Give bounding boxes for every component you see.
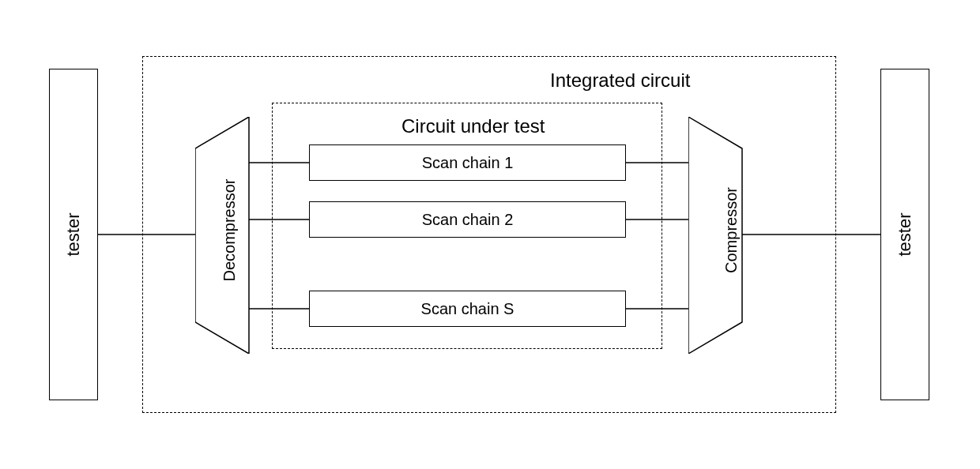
tester-right-box: tester [880, 69, 929, 400]
diagram-container: tester tester Integrated circuit Circuit… [0, 0, 980, 469]
scan-chain-1-label: Scan chain 1 [422, 154, 514, 172]
tester-left-box: tester [49, 69, 98, 400]
tester-right-label: tester [895, 212, 915, 256]
circuit-under-test-label: Circuit under test [401, 115, 545, 137]
scan-chain-2-box: Scan chain 2 [309, 201, 626, 238]
integrated-circuit-label: Integrated circuit [550, 69, 690, 92]
scan-chain-2-label: Scan chain 2 [422, 211, 514, 229]
scan-chain-s-box: Scan chain S [309, 291, 626, 327]
scan-chain-1-box: Scan chain 1 [309, 144, 626, 181]
compressor-label: Compressor [722, 187, 741, 273]
decompressor-label: Decompressor [220, 178, 239, 281]
scan-chain-s-label: Scan chain S [421, 300, 514, 318]
tester-left-label: tester [63, 212, 84, 256]
